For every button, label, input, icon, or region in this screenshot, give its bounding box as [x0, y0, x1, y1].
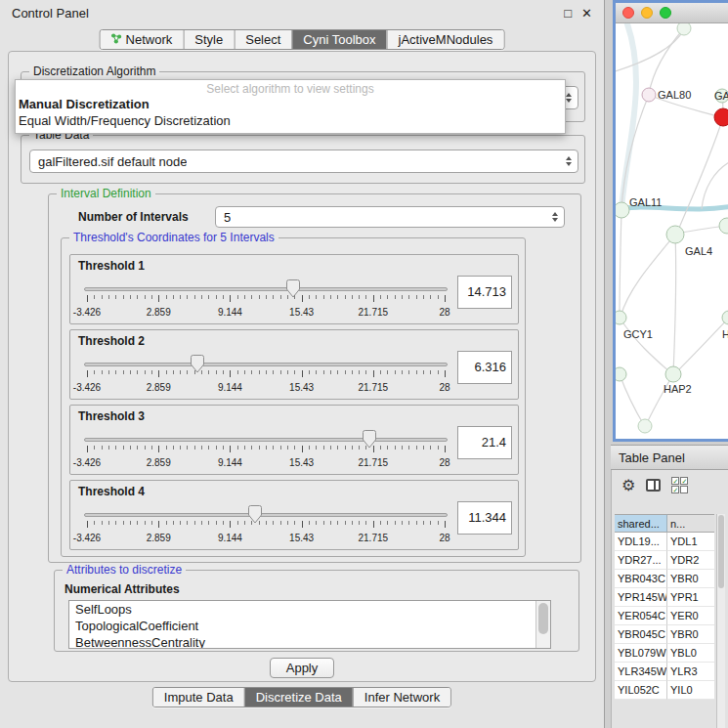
node-label: GAL11	[629, 196, 662, 208]
slider-tick	[102, 370, 103, 374]
columns-icon[interactable]	[646, 479, 661, 492]
close-traffic-light-icon[interactable]	[622, 7, 634, 19]
tab-jactivemnodules[interactable]: jActiveMNodules	[387, 30, 504, 49]
node-gcy1[interactable]	[616, 311, 626, 324]
attribute-item[interactable]: SelfLoops	[69, 601, 535, 618]
attribute-item[interactable]: BetweennessCentrality	[69, 634, 535, 649]
slider-track[interactable]	[84, 438, 448, 442]
slider-tick	[94, 521, 95, 525]
popup-option-equal-width-frequency[interactable]: Equal Width/Frequency Discretization	[16, 112, 565, 129]
number-of-intervals-combo[interactable]: 5	[215, 206, 565, 228]
node[interactable]	[638, 419, 652, 433]
slider-tick	[380, 521, 381, 525]
tab-discretize-data[interactable]: Discretize Data	[244, 688, 353, 707]
slider-thumb[interactable]	[286, 279, 300, 298]
table-row[interactable]: YER054CYER0	[615, 607, 714, 625]
table-cell[interactable]: YER054C	[615, 607, 667, 625]
slider-thumb[interactable]	[363, 430, 376, 449]
node-hap2[interactable]	[665, 366, 681, 382]
network-canvas[interactable]: GAL80GAGAL11GAL4GCY1HHAP2	[616, 23, 728, 439]
slider-track[interactable]	[84, 513, 448, 517]
node-h[interactable]	[722, 311, 728, 324]
column-header[interactable]: shared...	[615, 514, 667, 533]
tab-select[interactable]: Select	[234, 30, 291, 49]
table-cell[interactable]: YBL079W	[615, 644, 667, 663]
table-cell[interactable]: YBR043C	[615, 570, 667, 588]
network-window-titlebar[interactable]	[616, 3, 728, 23]
close-icon[interactable]: ✕	[581, 7, 592, 20]
node-gal11[interactable]	[616, 202, 629, 218]
table-row[interactable]: YLR345WYLR3	[615, 663, 714, 681]
slider-tick-label: 21.715	[359, 533, 389, 543]
table-cell[interactable]: YBL0	[667, 644, 714, 663]
minimize-traffic-light-icon[interactable]	[641, 7, 653, 19]
table-row[interactable]: YBL079WYBL0	[615, 644, 714, 663]
slider-tick	[416, 521, 417, 525]
table-cell[interactable]: YIL052C	[615, 681, 667, 700]
popup-option-manual-discretization[interactable]: Manual Discretization	[16, 96, 565, 112]
select-columns-icon[interactable]	[671, 477, 688, 493]
slider-track[interactable]	[84, 287, 448, 291]
node-gal4[interactable]	[666, 226, 684, 243]
tab-infer-network[interactable]: Infer Network	[353, 688, 450, 707]
table-row[interactable]: YBR043CYBR0	[615, 570, 714, 588]
table-data-combo[interactable]: galFiltered.sif default node	[29, 150, 578, 173]
threshold-value-field[interactable]: 21.4	[457, 426, 512, 459]
node[interactable]	[719, 218, 728, 234]
threshold-slider[interactable]: -3.4262.8599.14415.4321.71528	[80, 429, 451, 474]
table-cell[interactable]: YPR145W	[615, 588, 667, 607]
table-row[interactable]: YDR27...YDR2	[615, 551, 714, 570]
slider-tick	[123, 370, 124, 374]
threshold-slider[interactable]: -3.4262.8599.14415.4321.71528	[80, 278, 451, 323]
table-row[interactable]: YDL19...YDL1	[615, 533, 714, 551]
table-cell[interactable]: YBR0	[667, 625, 714, 644]
float-icon[interactable]: □	[564, 7, 572, 20]
table-cell[interactable]: YBR045C	[615, 625, 667, 644]
threshold-slider[interactable]: -3.4262.8599.14415.4321.71528	[80, 504, 451, 549]
slider-tick	[123, 295, 124, 299]
gear-icon[interactable]: ⚙	[621, 478, 635, 493]
threshold-value-field[interactable]: 14.713	[457, 276, 512, 309]
apply-button[interactable]: Apply	[270, 658, 334, 678]
slider-tick	[380, 446, 381, 450]
tab-network[interactable]: Network	[101, 30, 184, 49]
table-cell[interactable]: YIL0	[667, 681, 714, 700]
table-cell[interactable]: YLR3	[667, 663, 714, 681]
table-scrollbar[interactable]	[716, 514, 725, 728]
slider-tick	[137, 370, 138, 374]
table-cell[interactable]: YDL1	[667, 533, 714, 551]
zoom-traffic-light-icon[interactable]	[660, 7, 671, 19]
threshold-value-field[interactable]: 6.316	[457, 351, 512, 384]
slider-tick	[137, 295, 138, 299]
scrollbar-thumb[interactable]	[538, 603, 548, 634]
table-row[interactable]: YPR145WYPR1	[615, 588, 714, 607]
column-header[interactable]: n...	[667, 514, 714, 533]
table-cell[interactable]: YLR345W	[615, 663, 667, 681]
table-cell[interactable]: YBR0	[667, 570, 714, 588]
node[interactable]	[714, 108, 728, 126]
network-edges	[616, 23, 728, 425]
slider-thumb[interactable]	[191, 355, 204, 373]
table-row[interactable]: YIL052CYIL0	[615, 681, 714, 700]
table-cell[interactable]: YDR2	[667, 551, 714, 570]
tab-impute-data[interactable]: Impute Data	[153, 688, 244, 707]
table-cell[interactable]: YDL19...	[615, 533, 667, 551]
threshold-slider[interactable]: -3.4262.8599.14415.4321.71528	[80, 354, 451, 399]
threshold-value-field[interactable]: 11.344	[457, 501, 512, 535]
attributes-scrollbar[interactable]	[535, 601, 550, 648]
attribute-item[interactable]: TopologicalCoefficient	[69, 618, 535, 634]
slider-track[interactable]	[84, 363, 448, 366]
slider-tick	[145, 446, 146, 450]
tab-cyni-toolbox[interactable]: Cyni Toolbox	[291, 30, 386, 49]
slider-thumb[interactable]	[248, 505, 262, 524]
node[interactable]	[677, 23, 691, 35]
node[interactable]	[616, 367, 626, 381]
table-cell[interactable]: YPR1	[667, 588, 714, 607]
scrollbar-thumb[interactable]	[718, 515, 724, 588]
node-gal80[interactable]	[642, 88, 656, 102]
table-row[interactable]: YBR045CYBR0	[615, 625, 714, 644]
numerical-attributes-list[interactable]: SelfLoopsTopologicalCoefficientBetweenne…	[68, 600, 551, 649]
tab-style[interactable]: Style	[183, 30, 234, 49]
table-cell[interactable]: YER0	[667, 607, 714, 625]
table-cell[interactable]: YDR27...	[615, 551, 667, 570]
